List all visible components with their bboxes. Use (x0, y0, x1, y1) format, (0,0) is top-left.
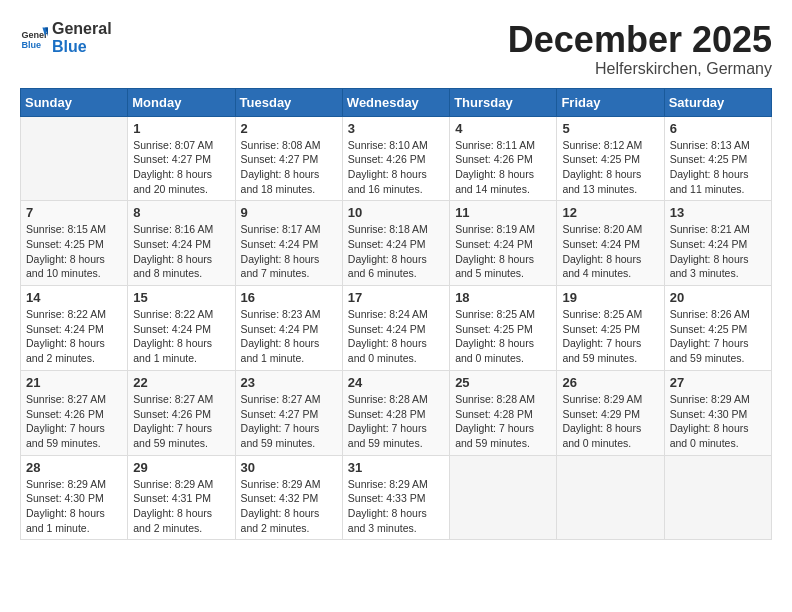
calendar-cell (450, 455, 557, 540)
calendar-cell (21, 116, 128, 201)
weekday-header-thursday: Thursday (450, 88, 557, 116)
day-info: Sunrise: 8:28 AM Sunset: 4:28 PM Dayligh… (455, 392, 551, 451)
day-number: 30 (241, 460, 337, 475)
calendar-cell: 18Sunrise: 8:25 AM Sunset: 4:25 PM Dayli… (450, 286, 557, 371)
day-number: 28 (26, 460, 122, 475)
day-info: Sunrise: 8:13 AM Sunset: 4:25 PM Dayligh… (670, 138, 766, 197)
day-info: Sunrise: 8:24 AM Sunset: 4:24 PM Dayligh… (348, 307, 444, 366)
day-number: 16 (241, 290, 337, 305)
weekday-header-saturday: Saturday (664, 88, 771, 116)
day-info: Sunrise: 8:29 AM Sunset: 4:30 PM Dayligh… (26, 477, 122, 536)
day-info: Sunrise: 8:08 AM Sunset: 4:27 PM Dayligh… (241, 138, 337, 197)
day-info: Sunrise: 8:23 AM Sunset: 4:24 PM Dayligh… (241, 307, 337, 366)
day-info: Sunrise: 8:25 AM Sunset: 4:25 PM Dayligh… (562, 307, 658, 366)
day-number: 3 (348, 121, 444, 136)
calendar-cell: 15Sunrise: 8:22 AM Sunset: 4:24 PM Dayli… (128, 286, 235, 371)
day-number: 8 (133, 205, 229, 220)
day-info: Sunrise: 8:25 AM Sunset: 4:25 PM Dayligh… (455, 307, 551, 366)
day-number: 21 (26, 375, 122, 390)
day-info: Sunrise: 8:29 AM Sunset: 4:33 PM Dayligh… (348, 477, 444, 536)
logo: General Blue General Blue (20, 20, 112, 55)
day-info: Sunrise: 8:27 AM Sunset: 4:26 PM Dayligh… (133, 392, 229, 451)
weekday-header-wednesday: Wednesday (342, 88, 449, 116)
day-number: 29 (133, 460, 229, 475)
day-info: Sunrise: 8:26 AM Sunset: 4:25 PM Dayligh… (670, 307, 766, 366)
calendar-cell: 9Sunrise: 8:17 AM Sunset: 4:24 PM Daylig… (235, 201, 342, 286)
day-info: Sunrise: 8:22 AM Sunset: 4:24 PM Dayligh… (26, 307, 122, 366)
calendar-cell: 2Sunrise: 8:08 AM Sunset: 4:27 PM Daylig… (235, 116, 342, 201)
calendar-cell: 14Sunrise: 8:22 AM Sunset: 4:24 PM Dayli… (21, 286, 128, 371)
day-info: Sunrise: 8:20 AM Sunset: 4:24 PM Dayligh… (562, 222, 658, 281)
day-info: Sunrise: 8:29 AM Sunset: 4:29 PM Dayligh… (562, 392, 658, 451)
day-number: 15 (133, 290, 229, 305)
calendar-cell: 19Sunrise: 8:25 AM Sunset: 4:25 PM Dayli… (557, 286, 664, 371)
week-row-5: 28Sunrise: 8:29 AM Sunset: 4:30 PM Dayli… (21, 455, 772, 540)
day-number: 14 (26, 290, 122, 305)
day-number: 1 (133, 121, 229, 136)
day-number: 18 (455, 290, 551, 305)
calendar-cell: 4Sunrise: 8:11 AM Sunset: 4:26 PM Daylig… (450, 116, 557, 201)
svg-text:Blue: Blue (21, 39, 41, 49)
calendar-cell (664, 455, 771, 540)
day-info: Sunrise: 8:19 AM Sunset: 4:24 PM Dayligh… (455, 222, 551, 281)
calendar-cell: 12Sunrise: 8:20 AM Sunset: 4:24 PM Dayli… (557, 201, 664, 286)
day-info: Sunrise: 8:27 AM Sunset: 4:27 PM Dayligh… (241, 392, 337, 451)
calendar-cell: 23Sunrise: 8:27 AM Sunset: 4:27 PM Dayli… (235, 370, 342, 455)
calendar-cell: 20Sunrise: 8:26 AM Sunset: 4:25 PM Dayli… (664, 286, 771, 371)
calendar-cell: 21Sunrise: 8:27 AM Sunset: 4:26 PM Dayli… (21, 370, 128, 455)
calendar-cell: 26Sunrise: 8:29 AM Sunset: 4:29 PM Dayli… (557, 370, 664, 455)
calendar-cell: 13Sunrise: 8:21 AM Sunset: 4:24 PM Dayli… (664, 201, 771, 286)
day-number: 23 (241, 375, 337, 390)
calendar-cell: 22Sunrise: 8:27 AM Sunset: 4:26 PM Dayli… (128, 370, 235, 455)
month-title: December 2025 (508, 20, 772, 60)
calendar-cell: 28Sunrise: 8:29 AM Sunset: 4:30 PM Dayli… (21, 455, 128, 540)
day-info: Sunrise: 8:21 AM Sunset: 4:24 PM Dayligh… (670, 222, 766, 281)
calendar-cell: 8Sunrise: 8:16 AM Sunset: 4:24 PM Daylig… (128, 201, 235, 286)
day-info: Sunrise: 8:16 AM Sunset: 4:24 PM Dayligh… (133, 222, 229, 281)
calendar-cell: 30Sunrise: 8:29 AM Sunset: 4:32 PM Dayli… (235, 455, 342, 540)
day-info: Sunrise: 8:18 AM Sunset: 4:24 PM Dayligh… (348, 222, 444, 281)
calendar-cell (557, 455, 664, 540)
weekday-header-tuesday: Tuesday (235, 88, 342, 116)
day-info: Sunrise: 8:12 AM Sunset: 4:25 PM Dayligh… (562, 138, 658, 197)
calendar-cell: 5Sunrise: 8:12 AM Sunset: 4:25 PM Daylig… (557, 116, 664, 201)
day-number: 26 (562, 375, 658, 390)
day-number: 13 (670, 205, 766, 220)
day-info: Sunrise: 8:28 AM Sunset: 4:28 PM Dayligh… (348, 392, 444, 451)
day-number: 20 (670, 290, 766, 305)
calendar-cell: 31Sunrise: 8:29 AM Sunset: 4:33 PM Dayli… (342, 455, 449, 540)
calendar-cell: 27Sunrise: 8:29 AM Sunset: 4:30 PM Dayli… (664, 370, 771, 455)
day-info: Sunrise: 8:22 AM Sunset: 4:24 PM Dayligh… (133, 307, 229, 366)
week-row-4: 21Sunrise: 8:27 AM Sunset: 4:26 PM Dayli… (21, 370, 772, 455)
day-number: 27 (670, 375, 766, 390)
calendar-cell: 17Sunrise: 8:24 AM Sunset: 4:24 PM Dayli… (342, 286, 449, 371)
calendar-cell: 1Sunrise: 8:07 AM Sunset: 4:27 PM Daylig… (128, 116, 235, 201)
logo-blue: Blue (52, 38, 112, 56)
calendar-cell: 25Sunrise: 8:28 AM Sunset: 4:28 PM Dayli… (450, 370, 557, 455)
day-info: Sunrise: 8:29 AM Sunset: 4:32 PM Dayligh… (241, 477, 337, 536)
day-number: 25 (455, 375, 551, 390)
day-number: 10 (348, 205, 444, 220)
day-number: 6 (670, 121, 766, 136)
day-number: 7 (26, 205, 122, 220)
title-block: December 2025 Helferskirchen, Germany (508, 20, 772, 78)
calendar-cell: 7Sunrise: 8:15 AM Sunset: 4:25 PM Daylig… (21, 201, 128, 286)
day-number: 2 (241, 121, 337, 136)
location: Helferskirchen, Germany (508, 60, 772, 78)
day-info: Sunrise: 8:15 AM Sunset: 4:25 PM Dayligh… (26, 222, 122, 281)
logo-icon: General Blue (20, 24, 48, 52)
week-row-2: 7Sunrise: 8:15 AM Sunset: 4:25 PM Daylig… (21, 201, 772, 286)
weekday-header-row: SundayMondayTuesdayWednesdayThursdayFrid… (21, 88, 772, 116)
day-number: 12 (562, 205, 658, 220)
calendar-cell: 3Sunrise: 8:10 AM Sunset: 4:26 PM Daylig… (342, 116, 449, 201)
logo-general: General (52, 20, 112, 38)
day-number: 22 (133, 375, 229, 390)
day-number: 4 (455, 121, 551, 136)
day-info: Sunrise: 8:10 AM Sunset: 4:26 PM Dayligh… (348, 138, 444, 197)
page-header: General Blue General Blue December 2025 … (20, 20, 772, 78)
calendar-cell: 29Sunrise: 8:29 AM Sunset: 4:31 PM Dayli… (128, 455, 235, 540)
day-info: Sunrise: 8:07 AM Sunset: 4:27 PM Dayligh… (133, 138, 229, 197)
day-info: Sunrise: 8:27 AM Sunset: 4:26 PM Dayligh… (26, 392, 122, 451)
day-number: 24 (348, 375, 444, 390)
calendar-cell: 11Sunrise: 8:19 AM Sunset: 4:24 PM Dayli… (450, 201, 557, 286)
